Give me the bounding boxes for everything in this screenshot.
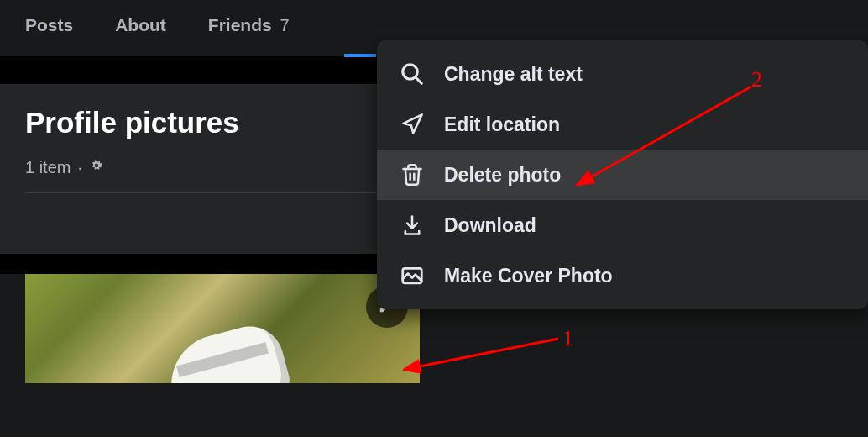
friends-count: 7 bbox=[280, 16, 290, 34]
menu-item-label: Change alt text bbox=[444, 63, 583, 86]
search-icon bbox=[399, 61, 426, 87]
tab-friends-label: Friends bbox=[208, 15, 272, 34]
tab-friends[interactable]: Friends 7 bbox=[208, 15, 290, 55]
menu-edit-location[interactable]: Edit location bbox=[377, 99, 868, 150]
item-count: 1 item bbox=[25, 158, 71, 177]
menu-make-cover-photo[interactable]: Make Cover Photo bbox=[377, 250, 868, 301]
svg-line-1 bbox=[416, 77, 422, 84]
photo-content bbox=[168, 308, 336, 383]
trash-icon bbox=[399, 161, 426, 188]
gear-icon[interactable] bbox=[89, 158, 104, 177]
photo-thumbnail[interactable] bbox=[25, 274, 420, 383]
menu-item-label: Delete photo bbox=[444, 164, 561, 187]
tab-posts[interactable]: Posts bbox=[25, 15, 73, 55]
location-arrow-icon bbox=[399, 111, 426, 138]
dot-separator: · bbox=[77, 158, 82, 177]
menu-item-label: Make Cover Photo bbox=[444, 265, 613, 287]
menu-item-label: Edit location bbox=[444, 113, 560, 136]
menu-delete-photo[interactable]: Delete photo bbox=[377, 150, 868, 200]
photo-options-menu: Change alt text Edit location Delete pho… bbox=[377, 40, 868, 309]
download-icon bbox=[399, 212, 426, 239]
menu-item-label: Download bbox=[444, 214, 536, 237]
image-icon bbox=[399, 262, 426, 289]
tab-about[interactable]: About bbox=[115, 15, 166, 55]
menu-change-alt-text[interactable]: Change alt text bbox=[377, 49, 868, 99]
active-tab-indicator bbox=[344, 54, 376, 57]
menu-download[interactable]: Download bbox=[377, 200, 868, 250]
